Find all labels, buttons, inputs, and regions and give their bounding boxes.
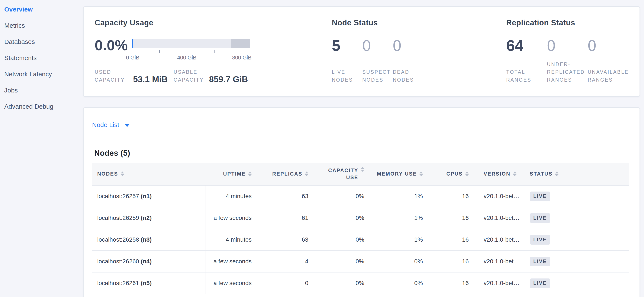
sidebar-item-statements[interactable]: Statements — [4, 50, 83, 66]
node-status-section: Node Status 5 0 0 LIVE NODES SUSPECT NOD… — [332, 18, 506, 84]
column-header-memory-use[interactable]: MEMORY USE — [369, 163, 428, 185]
node-row-n2[interactable]: localhost:26259 (n2) a few seconds 61 0%… — [92, 207, 629, 229]
main-content: Capacity Usage 0.0% 0 GiB400 GiB800 GiB … — [83, 0, 644, 297]
usable-capacity-stat: USABLE CAPACITY 859.7 GiB — [174, 68, 254, 84]
axis-tick — [214, 50, 214, 53]
sort-icon — [555, 172, 558, 176]
capacity-usage-values: 0.0% 0 GiB400 GiB800 GiB — [95, 38, 332, 52]
capacity-bar-other-segment — [231, 39, 250, 48]
live-nodes-value: 5 — [332, 38, 362, 53]
sidebar-item-databases[interactable]: Databases — [4, 34, 83, 50]
capacity-bar-used-segment — [132, 39, 133, 48]
used-capacity-label: USED CAPACITY — [95, 68, 133, 84]
unavailable-ranges-label: UNAVAILABLE RANGES — [588, 68, 628, 84]
column-header-capacity-use[interactable]: CAPACITY USE — [314, 163, 369, 185]
node-list-dropdown[interactable]: Node List — [92, 121, 119, 128]
replication-status-section: Replication Status 64 0 0 TOTAL RANGES U… — [506, 18, 628, 84]
sidebar-item-network-latency[interactable]: Network Latency — [4, 66, 83, 82]
node-list-view-selector[interactable]: Node List — [84, 108, 640, 142]
nodes-table-header-row: NODES UPTIME REPLICAS CAPACITY USE — [92, 163, 629, 185]
column-header-nodes[interactable]: NODES — [92, 163, 206, 185]
capacity-used-percent: 0.0% — [95, 38, 132, 52]
status-badge: LIVE — [530, 279, 550, 288]
status-badge: LIVE — [530, 257, 550, 266]
node-row-n4[interactable]: localhost:26260 (n4) a few seconds 4 0% … — [92, 251, 629, 272]
nodes-table-title: Nodes (5) — [94, 149, 631, 158]
sort-icon — [465, 172, 469, 176]
total-ranges-value: 64 — [506, 38, 547, 53]
column-header-status[interactable]: STATUS — [526, 163, 629, 185]
chevron-down-icon — [125, 124, 130, 127]
node-row-n3[interactable]: localhost:26258 (n3) 4 minutes 63 0% 1% … — [92, 229, 629, 251]
capacity-usage-bar: 0 GiB400 GiB800 GiB — [132, 39, 250, 48]
sort-icon — [121, 172, 124, 176]
capacity-stats: USED CAPACITY 53.1 MiB USABLE CAPACITY 8… — [95, 68, 332, 84]
sidebar: Overview Metrics Databases Statements Ne… — [0, 0, 83, 297]
usable-capacity-value: 859.7 GiB — [209, 75, 248, 84]
status-badge: LIVE — [530, 192, 550, 201]
column-header-cpus[interactable]: CPUS — [428, 163, 474, 185]
suspect-nodes-label: SUSPECT NODES — [362, 68, 393, 84]
sidebar-item-overview[interactable]: Overview — [4, 1, 83, 17]
axis-tick — [159, 50, 160, 53]
axis-tick-label: 0 GiB — [126, 54, 140, 61]
node-list-card: Node List Nodes (5) NODES U — [83, 107, 640, 297]
node-row-n1[interactable]: localhost:26257 (n1) 4 minutes 63 0% 1% … — [92, 185, 629, 207]
column-header-version[interactable]: VERSION — [474, 163, 526, 185]
dead-nodes-value: 0 — [393, 38, 423, 53]
suspect-nodes-value: 0 — [362, 38, 393, 53]
axis-tick — [242, 50, 242, 53]
sidebar-item-metrics[interactable]: Metrics — [4, 17, 83, 34]
nodes-table: NODES UPTIME REPLICAS CAPACITY USE — [92, 163, 629, 294]
used-capacity-stat: USED CAPACITY 53.1 MiB — [95, 68, 174, 84]
column-header-uptime[interactable]: UPTIME — [206, 163, 258, 185]
axis-tick-label: 800 GiB — [232, 54, 252, 61]
dead-nodes-label: DEAD NODES — [393, 68, 423, 84]
usable-capacity-label: USABLE CAPACITY — [174, 68, 209, 84]
status-badge: LIVE — [530, 235, 550, 245]
capacity-bar-track — [132, 39, 250, 48]
sidebar-item-jobs[interactable]: Jobs — [4, 82, 83, 98]
node-status-title: Node Status — [332, 18, 506, 27]
capacity-usage-title: Capacity Usage — [95, 18, 332, 27]
sort-icon — [305, 172, 308, 176]
replication-status-title: Replication Status — [506, 18, 628, 27]
under-replicated-ranges-value: 0 — [547, 38, 588, 53]
sort-icon — [420, 172, 423, 176]
total-ranges-label: TOTAL RANGES — [506, 68, 547, 84]
sort-icon — [513, 172, 516, 176]
under-replicated-ranges-label: UNDER- REPLICATED RANGES — [547, 60, 588, 84]
axis-tick — [187, 50, 187, 53]
node-row-n5[interactable]: localhost:26261 (n5) a few seconds 0 0% … — [92, 272, 629, 294]
axis-tick-label: 400 GiB — [177, 54, 196, 61]
live-nodes-label: LIVE NODES — [332, 68, 362, 84]
used-capacity-value: 53.1 MiB — [133, 75, 168, 84]
status-badge: LIVE — [530, 213, 550, 223]
sort-icon — [248, 172, 252, 176]
capacity-usage-section: Capacity Usage 0.0% 0 GiB400 GiB800 GiB … — [95, 18, 332, 84]
sidebar-item-advanced-debug[interactable]: Advanced Debug — [4, 98, 83, 115]
column-header-replicas[interactable]: REPLICAS — [258, 163, 314, 185]
cluster-summary-card: Capacity Usage 0.0% 0 GiB400 GiB800 GiB … — [83, 6, 640, 97]
unavailable-ranges-value: 0 — [588, 38, 628, 53]
axis-tick — [133, 50, 133, 53]
sort-icon — [361, 167, 364, 172]
